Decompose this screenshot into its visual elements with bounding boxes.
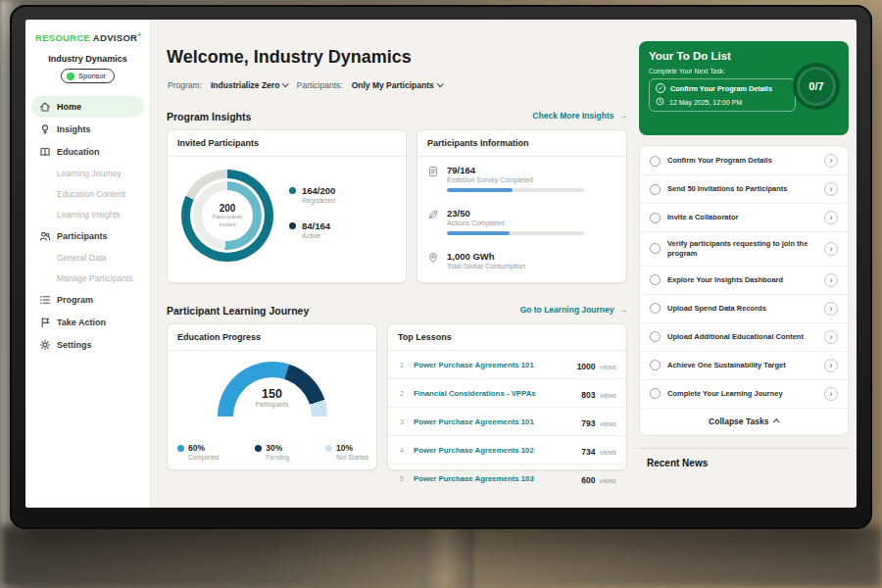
sidebar-item-label: Insights	[57, 124, 91, 134]
todo-checkbox[interactable]	[650, 274, 661, 285]
clock-icon	[656, 97, 664, 107]
todo-item-send-50-invitations-to-participants[interactable]: Send 50 Invitations to Participants›	[640, 175, 848, 204]
gauge-legend-item: 10%Not Started	[325, 443, 368, 461]
todo-checkbox[interactable]	[650, 156, 661, 167]
check-more-insights-link[interactable]: Check More Insights →	[532, 111, 627, 121]
lesson-link[interactable]: Power Purchase Agreements 101	[414, 417, 573, 426]
sidebar-item-home[interactable]: Home	[31, 96, 144, 118]
todo-rows: Confirm Your Program Details›Send 50 Inv…	[640, 147, 848, 409]
todo-item-complete-your-learning-journey[interactable]: Complete Your Learning Journey›	[640, 380, 848, 409]
actions-icon	[427, 209, 439, 220]
todo-checkbox[interactable]	[650, 388, 661, 399]
sidebar-item-program[interactable]: Program	[31, 289, 144, 311]
program-filter-value: Industrialize Zero	[211, 80, 279, 90]
sidebar-item-manage-participants[interactable]: Manage Participants	[31, 269, 144, 288]
recent-news-header[interactable]: Recent News	[639, 448, 849, 468]
todo-item-invite-a-collaborator[interactable]: Invite a Collaborator›	[640, 204, 848, 232]
lesson-rank: 2	[398, 390, 406, 397]
donut-center-label: Invited	[219, 221, 235, 228]
program-filter-dropdown[interactable]: Industrialize Zero	[211, 80, 288, 90]
todo-checkbox[interactable]	[650, 213, 661, 223]
collapse-tasks-button[interactable]: Collapse Tasks	[640, 409, 848, 434]
donut-legend-item: 164/200Registered	[289, 185, 335, 204]
go-to-learning-journey-link[interactable]: Go to Learning Journey →	[520, 305, 627, 315]
todo-item-explore-your-insights-dashboard[interactable]: Explore Your Insights Dashboard›	[640, 267, 848, 295]
todo-checkbox[interactable]	[650, 331, 661, 342]
sidebar-item-general-data[interactable]: General Data	[31, 248, 144, 268]
lesson-link[interactable]: Financial Considerations - VPPAs	[414, 389, 573, 398]
org-name: Industry Dynamics	[25, 54, 150, 64]
todo-item-achieve-one-sustainability-target[interactable]: Achieve One Sustainability Target›	[640, 352, 848, 380]
todo-checkbox[interactable]	[650, 360, 661, 370]
chevron-right-icon[interactable]: ›	[824, 302, 838, 316]
lesson-views: 600 views	[581, 469, 616, 487]
sponsor-badge: Sponsor	[61, 69, 115, 83]
chevron-right-icon[interactable]: ›	[824, 242, 838, 256]
card-title: Participants Information	[417, 130, 626, 157]
top-lessons-card: Top Lessons 1Power Purchase Agreements 1…	[387, 323, 627, 470]
participants-filter-label: Participants:	[297, 80, 343, 90]
next-task-due-row: 12 May 2025, 12:00 PM	[656, 97, 789, 107]
arrow-right-icon: →	[619, 111, 628, 121]
todo-hero-card: Your To Do List Complete Your Next Task:…	[639, 41, 849, 135]
sidebar-item-learning-journey[interactable]: Learning Journey	[31, 164, 144, 183]
link-label: Check More Insights	[532, 111, 613, 121]
todo-item-verify-participants-requesting-to-join-the-program[interactable]: Verify participants requesting to join t…	[640, 232, 848, 267]
todo-item-upload-additional-educational-content[interactable]: Upload Additional Educational Content›	[640, 323, 848, 352]
info-row-emission-survey-completed: 79/164Emission Survey Completed	[417, 157, 626, 200]
sidebar-item-participants[interactable]: Participants	[31, 225, 144, 247]
legend-dot-icon	[289, 222, 296, 229]
todo-checkbox[interactable]	[650, 303, 661, 314]
donut-center-value: 200	[220, 203, 236, 214]
brand-advisor: ADVISOR+	[93, 32, 142, 43]
sidebar-item-label: Learning Journey	[57, 169, 122, 178]
info-label: Total Global Consumption	[447, 263, 525, 270]
sidebar-item-label: Home	[57, 102, 81, 112]
info-row-total-global-consumption: 1,000 GWhTotal Global Consumption	[417, 243, 626, 277]
legend-value: 164/200	[302, 185, 335, 196]
lesson-link[interactable]: Power Purchase Agreements 103	[414, 474, 573, 483]
info-label: Actions Completed	[447, 220, 584, 226]
chevron-right-icon[interactable]: ›	[824, 154, 838, 168]
todo-item-label: Complete Your Learning Journey	[667, 389, 817, 399]
sidebar-item-education-content[interactable]: Education Content	[31, 184, 144, 204]
legend-value: 60%	[188, 443, 219, 453]
chevron-right-icon[interactable]: ›	[824, 182, 838, 196]
program-icon	[39, 294, 51, 306]
todo-progress-ring: 0/7	[793, 63, 840, 110]
sidebar-item-label: Learning Insights	[57, 210, 121, 220]
todo-checkbox[interactable]	[650, 184, 661, 195]
lesson-link[interactable]: Power Purchase Agreements 102	[414, 446, 573, 455]
todo-checkbox[interactable]	[650, 243, 661, 254]
sidebar-item-education[interactable]: Education	[31, 141, 144, 163]
sidebar-item-settings[interactable]: Settings	[31, 334, 144, 356]
participants-filter-dropdown[interactable]: Only My Participants	[352, 80, 443, 90]
gauge-center-value: 150	[168, 387, 376, 401]
donut-center: 200 Participants Invited	[202, 190, 253, 241]
take-action-icon	[39, 317, 51, 328]
sidebar-item-take-action[interactable]: Take Action	[31, 312, 144, 333]
sidebar-item-insights[interactable]: Insights	[31, 119, 144, 140]
chevron-right-icon[interactable]: ›	[824, 359, 838, 372]
todo-item-confirm-your-program-details[interactable]: Confirm Your Program Details›	[640, 147, 848, 175]
todo-panel: Your To Do List Complete Your Next Task:…	[637, 20, 857, 508]
page-title: Welcome, Industry Dynamics	[167, 47, 412, 68]
todo-item-upload-spend-data-records[interactable]: Upload Spend Data Records›	[640, 295, 848, 323]
next-task-box[interactable]: ✓ Confirm Your Program Details 12 May 20…	[649, 78, 796, 112]
todo-item-label: Upload Spend Data Records	[667, 304, 817, 314]
sidebar-item-label: Education Content	[57, 189, 125, 199]
section-learning-journey: Participant Learning Journey	[167, 305, 309, 317]
chevron-right-icon[interactable]: ›	[824, 330, 838, 344]
sidebar-item-learning-insights[interactable]: Learning Insights	[31, 205, 144, 224]
lesson-row: 1Power Purchase Agreements 1011000 views	[388, 351, 626, 379]
consumption-icon	[427, 252, 439, 264]
gauge-center-label: Participants	[168, 401, 376, 408]
chevron-right-icon[interactable]: ›	[824, 387, 838, 401]
gauge-legend: 60%Completed30%Pending10%Not Started	[177, 443, 368, 461]
participants-icon	[39, 230, 51, 242]
chevron-right-icon[interactable]: ›	[824, 211, 838, 224]
lesson-rank: 4	[398, 447, 406, 454]
lesson-link[interactable]: Power Purchase Agreements 101	[414, 361, 569, 369]
chevron-right-icon[interactable]: ›	[824, 273, 838, 287]
collapse-tasks-label: Collapse Tasks	[709, 416, 768, 426]
